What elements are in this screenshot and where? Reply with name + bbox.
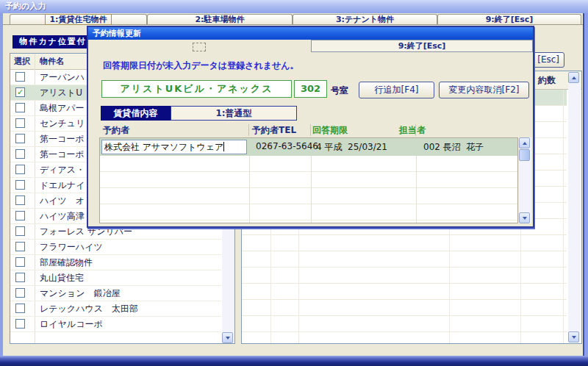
col-staff: 担当者 xyxy=(399,124,426,137)
count-column-header: 約数 xyxy=(538,74,556,87)
tel-cell[interactable]: 0267-63-5646 xyxy=(256,141,318,151)
checkbox[interactable] xyxy=(15,304,25,313)
property-name: レテックハウス 太田部 xyxy=(40,301,220,317)
property-name: マンション 鍛冶屋 xyxy=(40,286,220,301)
property-name: 丸山貸住宅 xyxy=(40,270,220,286)
lease-content-tab[interactable]: 賃貸借内容 xyxy=(101,106,171,121)
main-tabstrip: 1:賃貸住宅物件 2:駐車場物件 3:テナント物件 9:終了[Esc] xyxy=(3,14,583,25)
list-item[interactable]: レテックハウス 太田部 xyxy=(10,301,221,317)
text-caret xyxy=(223,142,224,151)
col-deadline: 回答期限 xyxy=(312,124,348,137)
checkbox[interactable] xyxy=(15,118,25,128)
checkbox[interactable] xyxy=(15,319,25,329)
grid-line xyxy=(563,90,564,343)
dialog-exit-tab[interactable]: 9:終了[Esc] xyxy=(311,40,533,52)
window-border-bottom xyxy=(0,356,588,366)
scroll-down-button[interactable] xyxy=(568,331,579,342)
lease-type-value: 1:普通型 xyxy=(171,106,297,121)
tab-label: 2:駐車場物件 xyxy=(195,15,244,24)
tab-label: 3:テナント物件 xyxy=(336,15,394,24)
tab-exit[interactable]: 9:終了[Esc] xyxy=(437,14,581,24)
arrow-up-icon xyxy=(523,142,527,145)
list-item[interactable]: フラワーハイツ xyxy=(10,240,221,255)
undo-changes-button[interactable]: 変更内容取消[F2] xyxy=(439,82,529,98)
arrow-down-icon xyxy=(523,217,527,220)
reservation-row[interactable]: 株式会社 アサマソフトウェア 0267-63-5646 4 平成 25/03/2… xyxy=(100,138,517,156)
window-title: 予約の入力 xyxy=(5,1,46,11)
validation-message: 回答期限日付が未入力データは登録されません。 xyxy=(103,60,299,72)
scroll-down-button[interactable] xyxy=(222,332,233,343)
window-border-right xyxy=(583,13,588,356)
tab-rental-housing[interactable]: 1:賃貸住宅物件 xyxy=(10,14,147,24)
scroll-up-button[interactable] xyxy=(568,72,579,83)
checkbox[interactable] xyxy=(15,226,25,236)
checkbox[interactable] xyxy=(15,134,25,143)
dialog-table-scrollbar[interactable] xyxy=(519,137,531,223)
scroll-thumb[interactable] xyxy=(519,149,530,161)
checkbox[interactable] xyxy=(15,211,25,220)
checkbox[interactable] xyxy=(15,72,25,82)
header-divider xyxy=(415,124,416,136)
arrow-down-icon xyxy=(226,337,230,340)
checkbox[interactable] xyxy=(15,257,25,267)
checkbox[interactable] xyxy=(15,180,25,190)
checkbox[interactable] xyxy=(15,273,25,282)
checkbox[interactable] xyxy=(15,242,25,251)
tab-label: 9:終了[Esc] xyxy=(486,15,534,24)
reservation-table-header: 予約者 予約者TEL 回答期限 担当者 xyxy=(99,123,518,137)
window-titlebar[interactable]: 予約の入力 xyxy=(0,0,588,13)
blank-tab-box xyxy=(193,43,206,51)
property-name: ロイヤルコーポ xyxy=(40,317,220,332)
grid-scrollbar[interactable] xyxy=(568,72,581,342)
list-item[interactable]: ロイヤルコーポ xyxy=(10,317,221,332)
col-reserver: 予約者 xyxy=(103,124,129,137)
header-divider xyxy=(310,124,311,136)
staff-cell[interactable]: 002 長沼 花子 xyxy=(423,141,484,154)
app-window: 予約の入力 1:賃貸住宅物件 2:駐車場物件 3:テナント物件 9:終了[Esc… xyxy=(0,0,588,366)
property-name: フラワーハイツ xyxy=(40,240,220,255)
reservation-table-body: 株式会社 アサマソフトウェア 0267-63-5646 4 平成 25/03/2… xyxy=(99,137,518,223)
tab-label: 1:賃貸住宅物件 xyxy=(45,14,111,25)
empty-rows[interactable] xyxy=(100,156,517,223)
room-suffix-label: 号室 xyxy=(331,85,348,97)
dialog-title: 予約情報更新 xyxy=(93,29,141,38)
tab-parking[interactable]: 2:駐車場物件 xyxy=(147,14,293,24)
name-column-header: 物件名 xyxy=(40,54,64,70)
deadline-cell[interactable]: 4 平成 25/03/21 xyxy=(316,141,387,154)
col-tel: 予約者TEL xyxy=(252,124,296,137)
room-number-field: 302 xyxy=(294,80,327,98)
reserver-input[interactable]: 株式会社 アサマソフトウェア xyxy=(101,140,247,154)
tab-tenant[interactable]: 3:テナント物件 xyxy=(293,14,437,24)
select-column-header: 選択 xyxy=(14,54,30,70)
list-item[interactable]: マンション 鍛冶屋 xyxy=(10,286,221,301)
checkbox[interactable] xyxy=(15,165,25,174)
checkbox[interactable] xyxy=(15,149,25,159)
scroll-up-button[interactable] xyxy=(519,137,530,148)
property-kana-header: 物件カナ位置付 xyxy=(12,35,93,49)
property-name: 部屋確認物件 xyxy=(40,255,220,270)
checkbox[interactable] xyxy=(15,103,25,112)
arrow-down-icon xyxy=(572,336,576,339)
add-row-button[interactable]: 行追加[F4] xyxy=(359,82,434,98)
checkbox[interactable] xyxy=(15,288,25,298)
window-border-left xyxy=(0,13,3,356)
building-name-field: アリストUKビル・アネックス xyxy=(101,80,292,98)
checkbox[interactable] xyxy=(15,195,25,205)
list-item[interactable]: 丸山貸住宅 xyxy=(10,270,221,286)
dialog-titlebar[interactable]: 予約情報更新 xyxy=(88,27,533,40)
reservation-update-dialog: 予約情報更新 9:終了[Esc] 回答期限日付が未入力データは登録されません。 … xyxy=(87,26,534,228)
header-divider xyxy=(248,124,249,136)
arrow-up-icon xyxy=(572,76,576,79)
list-item[interactable]: 部屋確認物件 xyxy=(10,255,221,270)
scroll-down-button[interactable] xyxy=(519,212,530,223)
checkbox-checked[interactable]: ✓ xyxy=(15,87,25,97)
